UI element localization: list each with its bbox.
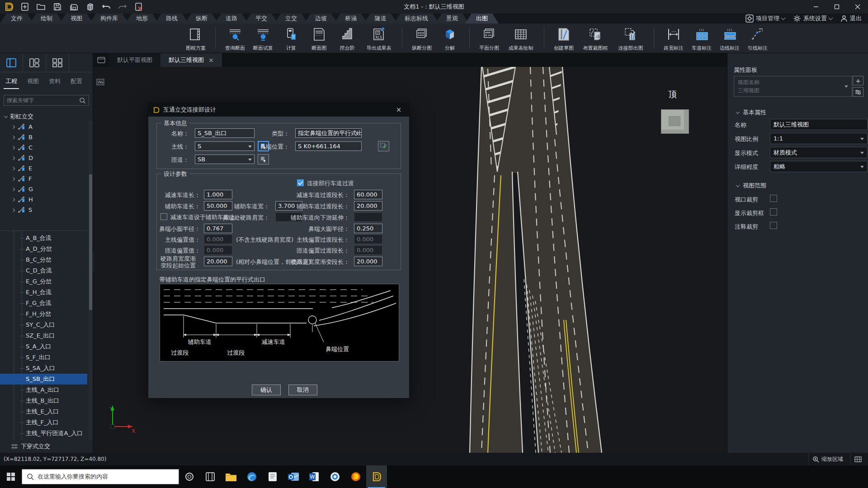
list-item[interactable]: 主线_平行匝道A_入口 — [0, 428, 87, 439]
tab-landscape[interactable]: 景观 — [435, 14, 469, 23]
tab-profile[interactable]: 纵断 — [185, 14, 218, 23]
dialog-title-bar[interactable]: 互通立交连接部设计 × — [148, 103, 409, 117]
browser-icon[interactable] — [325, 465, 345, 488]
leader-annotation-button[interactable]: 引线标注 — [744, 25, 772, 52]
list-item[interactable]: SY_C_入口 — [0, 319, 87, 330]
new-document-icon[interactable] — [19, 1, 31, 12]
layout-grid-icon[interactable] — [46, 53, 69, 72]
cad-app-taskbar-icon[interactable] — [366, 465, 387, 488]
list-item[interactable]: 主线_F_入口 — [0, 417, 87, 428]
layout-columns-icon[interactable] — [0, 53, 23, 72]
view-selector[interactable]: 视图名称 三维视图 — [734, 76, 852, 97]
notes-app-icon[interactable] — [262, 465, 283, 488]
tab-component-library[interactable]: 构件库 — [90, 14, 129, 23]
confirm-button[interactable]: 确认 — [252, 385, 281, 395]
lane-annotation-button[interactable]: 车道标注 — [688, 25, 716, 52]
sidebar-tab-data[interactable]: 资料 — [49, 77, 61, 85]
dialog-close-icon[interactable]: × — [393, 105, 405, 115]
nose-position-input[interactable]: S K0+661.164 — [295, 141, 362, 151]
tree-road-c[interactable]: C — [0, 142, 93, 153]
ramp-select[interactable]: SB — [195, 155, 255, 164]
create-sketch-button[interactable]: 创建草图 — [550, 25, 578, 52]
tree-root-interchange[interactable]: 彩虹立交 — [0, 111, 93, 122]
close-document-icon[interactable] — [133, 1, 145, 12]
list-item[interactable]: F_G_合流 — [0, 298, 87, 309]
view-tab-3d[interactable]: 默认三维视图 × — [160, 53, 222, 67]
tab-road[interactable]: 道路 — [215, 14, 248, 23]
decel-length-input[interactable]: 1.000 — [204, 190, 232, 199]
section-drawing-button[interactable]: 断面图 — [305, 25, 333, 52]
list-item[interactable]: B_C_分岔 — [0, 254, 87, 265]
edge-line-annotation-button[interactable]: 边线标注 — [716, 25, 744, 52]
lane-transition-checkbox[interactable] — [297, 179, 304, 186]
sidebar-tab-config[interactable]: 配置 — [71, 77, 82, 85]
firefox-icon[interactable] — [345, 465, 366, 488]
tree-road-g[interactable]: G — [0, 184, 93, 194]
tab-bridge-culvert[interactable]: 桥涵 — [334, 14, 368, 23]
viewport-corner-icon[interactable] — [96, 79, 104, 87]
list-item[interactable]: E_G_分岔 — [0, 276, 87, 287]
task-view-icon[interactable] — [200, 465, 221, 488]
tab-slope[interactable]: 边坡 — [304, 14, 338, 23]
annotation-clip-checkbox[interactable] — [770, 222, 777, 229]
pick-ramp-button[interactable] — [258, 154, 269, 164]
tree-road-d[interactable]: D — [0, 153, 93, 163]
redo-icon[interactable] — [117, 1, 128, 12]
decel-on-aux-checkbox[interactable] — [160, 213, 167, 220]
result-table-button[interactable]: 成果表绘制 — [503, 25, 538, 52]
tree-road-b[interactable]: B — [0, 132, 93, 142]
view-name-input[interactable]: 默认三维视图 — [770, 119, 868, 130]
list-item[interactable]: A_D_分岔 — [0, 244, 87, 254]
close-view-tab-icon[interactable]: × — [208, 56, 214, 64]
undo-icon[interactable] — [100, 1, 112, 12]
system-settings-menu[interactable]: 系统设置 — [790, 14, 835, 23]
calculate-button[interactable]: 计算 — [277, 25, 305, 52]
file-explorer-icon[interactable] — [221, 465, 241, 488]
taskbar-search[interactable]: 在这里输入你要搜索的内容 — [22, 469, 179, 484]
excavate-steps-button[interactable]: 挖台阶 — [333, 25, 361, 52]
open-file-icon[interactable] — [35, 1, 47, 12]
frame-plan-button[interactable]: 图框方案 — [182, 25, 210, 52]
project-management-menu[interactable]: 项目管理 — [743, 14, 788, 23]
list-item[interactable]: S_SA_入口 — [0, 363, 87, 374]
app-logo-icon[interactable] — [3, 1, 14, 12]
section-trial-button[interactable]: 断面试算 — [249, 25, 277, 52]
list-item[interactable]: S_A_入口 — [0, 341, 87, 352]
list-item[interactable]: C_D_合流 — [0, 265, 87, 276]
view-cube-top-label[interactable]: 顶 — [668, 89, 677, 100]
shoulder-taper-start-input[interactable]: 20.000 — [204, 257, 232, 266]
view-settings-button[interactable] — [853, 87, 863, 97]
list-item[interactable]: 主线_A_出口 — [0, 385, 87, 395]
tab-signs-markings[interactable]: 标志标线 — [394, 14, 439, 23]
tab-terrain[interactable]: 地形 — [125, 14, 159, 23]
list-item-selected[interactable]: S_SB_出口 — [0, 374, 87, 385]
scrollbar-thumb[interactable] — [89, 174, 92, 310]
word-icon[interactable]: W — [304, 465, 325, 488]
list-item[interactable]: 主线_B_出口 — [0, 395, 87, 406]
aux-transition-input[interactable]: 20.000 — [354, 201, 382, 211]
section-basic-properties[interactable]: 基本属性 — [736, 108, 766, 117]
big-nose-radius-input[interactable]: 0.250 — [354, 224, 382, 233]
tree-road-f[interactable]: F — [0, 174, 93, 184]
shoulder-taper-length-input[interactable]: 20.000 — [354, 257, 382, 266]
export-results-button[interactable]: XLS 导出成果表 — [361, 25, 396, 52]
display-mode-select[interactable]: 材质模式 — [770, 147, 868, 158]
grid-toggle-button[interactable] — [850, 453, 865, 465]
list-item[interactable]: E_H_合流 — [0, 287, 87, 298]
list-item[interactable]: S_F_出口 — [0, 352, 87, 363]
tree-node-underpass[interactable]: 下穿式立交 — [0, 441, 50, 452]
decel-transition-input[interactable]: 60.000 — [354, 190, 382, 199]
tab-output[interactable]: 出图 — [465, 14, 499, 23]
view-tab-plan[interactable]: 默认平面视图 — [109, 53, 160, 67]
aux-length-input[interactable]: 50.000 — [204, 201, 232, 211]
layout-clip-frame-button[interactable]: 布置裁图框 — [578, 25, 613, 52]
view-cube[interactable] — [661, 109, 689, 134]
exit-button[interactable]: 退出 — [838, 14, 864, 23]
save-icon[interactable] — [52, 1, 63, 12]
tab-tunnel[interactable]: 隧道 — [364, 14, 397, 23]
tab-interchange[interactable]: 立交 — [274, 14, 308, 23]
sidebar-tab-project[interactable]: 工程 — [5, 77, 17, 85]
close-button[interactable] — [847, 0, 868, 14]
cortana-icon[interactable] — [179, 465, 200, 488]
tree-road-e[interactable]: E — [0, 163, 93, 174]
